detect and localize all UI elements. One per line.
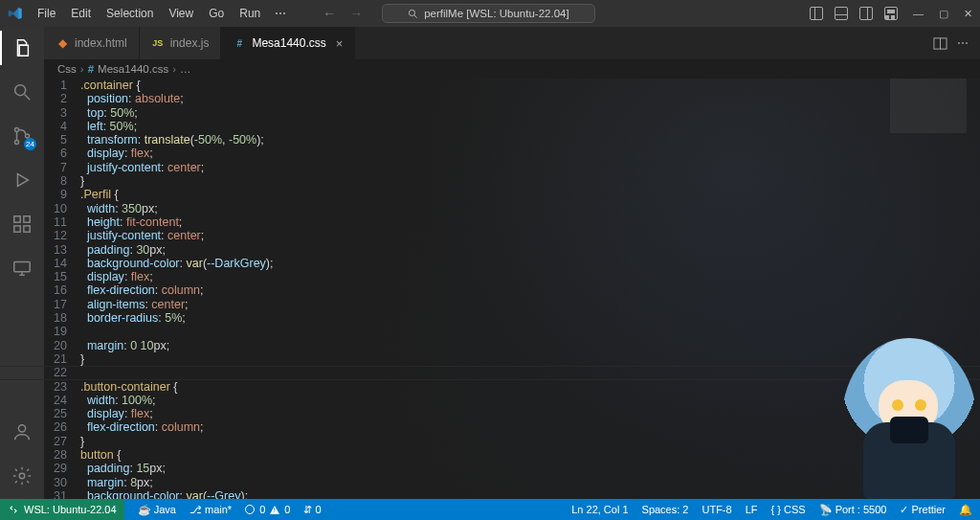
- status-bell-icon[interactable]: 🔔: [959, 504, 972, 516]
- status-liveserver[interactable]: 📡 Port : 5500: [819, 504, 887, 516]
- vscode-logo-icon: [8, 6, 23, 21]
- minimap[interactable]: [890, 79, 967, 442]
- toggle-panel-icon[interactable]: [835, 7, 848, 20]
- error-icon: [245, 505, 255, 514]
- toggle-secondary-sidebar-icon[interactable]: [859, 7, 873, 20]
- tab-label: index.js: [170, 36, 210, 50]
- html-file-icon: ◆: [56, 36, 69, 50]
- search-activity-icon[interactable]: [11, 80, 33, 103]
- svg-rect-10: [24, 226, 30, 232]
- menu-selection[interactable]: Selection: [100, 4, 160, 23]
- breadcrumb-more[interactable]: …: [180, 63, 191, 75]
- svg-point-13: [18, 425, 25, 432]
- editor-tabs: ◆ index.html JS index.js # Mesa1440.css …: [44, 27, 980, 59]
- settings-gear-icon[interactable]: [11, 464, 33, 487]
- minimize-button[interactable]: —: [913, 8, 924, 20]
- svg-rect-8: [14, 216, 20, 222]
- chevron-right-icon: ›: [80, 63, 84, 75]
- status-ports[interactable]: ⇵ 0: [303, 504, 321, 516]
- status-lncol[interactable]: Ln 22, Col 1: [571, 504, 628, 515]
- tab-index-html[interactable]: ◆ index.html: [44, 27, 140, 59]
- svg-rect-11: [24, 216, 30, 222]
- nav-buttons: ← →: [323, 6, 363, 21]
- nav-forward-icon[interactable]: →: [349, 6, 363, 21]
- svg-point-14: [19, 473, 25, 479]
- close-window-button[interactable]: ✕: [964, 8, 972, 20]
- split-editor-icon[interactable]: [933, 36, 947, 51]
- search-icon: [408, 9, 418, 19]
- menu-go[interactable]: Go: [202, 4, 231, 23]
- layout-controls: [810, 7, 898, 20]
- remote-label: WSL: Ubuntu-22.04: [24, 504, 117, 515]
- status-bar: WSL: Ubuntu-22.04 ☕ Java ⎇ main* 0 0 ⇵ 0…: [0, 499, 980, 520]
- css-file-icon: #: [88, 63, 94, 75]
- css-file-icon: #: [233, 36, 246, 50]
- scm-badge: 24: [24, 138, 36, 150]
- remote-indicator[interactable]: WSL: Ubuntu-22.04: [0, 499, 124, 520]
- svg-rect-12: [14, 262, 31, 272]
- remote-icon: [8, 504, 19, 515]
- menu-file[interactable]: File: [31, 4, 62, 23]
- menu-view[interactable]: View: [162, 4, 200, 23]
- title-bar: File Edit Selection View Go Run ⋯ ← → pe…: [0, 0, 980, 27]
- status-encoding[interactable]: UTF-8: [702, 504, 731, 515]
- window-controls: — ▢ ✕: [913, 8, 972, 20]
- tab-label: Mesa1440.css: [252, 36, 325, 50]
- svg-rect-9: [14, 226, 20, 232]
- breadcrumb[interactable]: Css › # Mesa1440.css › …: [44, 59, 980, 79]
- svg-point-4: [14, 128, 18, 132]
- explorer-icon[interactable]: [11, 36, 33, 59]
- code-content[interactable]: .container { position: absolute; top: 50…: [80, 79, 980, 499]
- status-branch[interactable]: ⎇ main*: [189, 504, 232, 516]
- status-language[interactable]: { } CSS: [770, 504, 805, 515]
- menu-edit[interactable]: Edit: [64, 4, 98, 23]
- status-prettier[interactable]: ✓ Prettier: [900, 504, 946, 516]
- status-java[interactable]: ☕ Java: [138, 504, 176, 516]
- tab-index-js[interactable]: JS index.js: [140, 27, 222, 59]
- command-center-text: perfilMe [WSL: Ubuntu-22.04]: [424, 8, 569, 19]
- activity-bar: 24: [0, 27, 44, 499]
- customize-layout-icon[interactable]: [884, 7, 898, 20]
- close-tab-icon[interactable]: ×: [336, 36, 344, 51]
- breadcrumb-file[interactable]: Mesa1440.css: [98, 63, 168, 75]
- svg-line-3: [25, 95, 31, 101]
- js-file-icon: JS: [151, 36, 165, 50]
- extensions-icon[interactable]: [11, 213, 33, 236]
- run-debug-icon[interactable]: [11, 169, 33, 192]
- toggle-primary-sidebar-icon[interactable]: [810, 7, 823, 20]
- command-center[interactable]: perfilMe [WSL: Ubuntu-22.04]: [382, 4, 594, 23]
- tab-mesa1440-css[interactable]: # Mesa1440.css ×: [221, 27, 355, 59]
- status-problems[interactable]: 0 0: [245, 504, 290, 515]
- warning-icon: [270, 506, 279, 514]
- breadcrumb-folder[interactable]: Css: [57, 63, 77, 75]
- menu-overflow[interactable]: ⋯: [269, 4, 292, 23]
- svg-point-2: [15, 85, 26, 96]
- tab-label: index.html: [75, 36, 127, 50]
- svg-point-5: [14, 140, 18, 144]
- more-actions-icon[interactable]: ⋯: [957, 36, 969, 50]
- maximize-button[interactable]: ▢: [939, 8, 948, 20]
- status-eol[interactable]: LF: [746, 504, 758, 515]
- svg-point-0: [410, 10, 415, 15]
- status-spaces[interactable]: Spaces: 2: [642, 504, 689, 515]
- line-number-gutter: 1234567891011121314151617181920212223242…: [44, 79, 80, 499]
- accounts-icon[interactable]: [11, 420, 33, 443]
- svg-line-1: [414, 14, 417, 17]
- editor-area[interactable]: 1234567891011121314151617181920212223242…: [44, 79, 980, 499]
- chevron-right-icon: ›: [172, 63, 176, 75]
- menu-run[interactable]: Run: [233, 4, 267, 23]
- source-control-icon[interactable]: 24: [11, 124, 33, 147]
- svg-marker-7: [17, 174, 28, 187]
- nav-back-icon[interactable]: ←: [323, 6, 336, 21]
- remote-explorer-icon[interactable]: [11, 257, 33, 280]
